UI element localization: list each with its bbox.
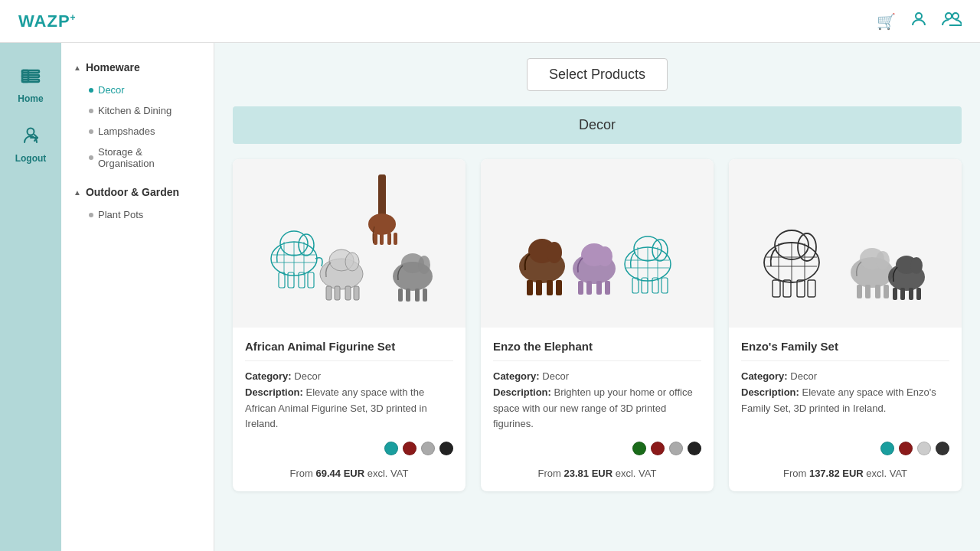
svg-rect-37 (398, 289, 403, 302)
color-red[interactable] (899, 442, 913, 455)
svg-point-30 (368, 214, 396, 235)
nav-bullet-lampshades (89, 129, 93, 134)
product-category-african-animal: Decor (294, 370, 321, 382)
color-black[interactable] (688, 442, 701, 455)
svg-rect-91 (909, 288, 913, 300)
product-colors-african-animal (245, 442, 453, 455)
price-value-african-animal: 69.44 EUR (316, 468, 365, 479)
nav-category-homeware-label: Homeware (86, 61, 140, 73)
color-darkgray[interactable] (936, 442, 949, 455)
svg-rect-39 (415, 289, 420, 302)
price-prefix-african-animal: From (290, 468, 313, 479)
switch-user-icon[interactable] (942, 10, 962, 32)
color-teal[interactable] (384, 442, 398, 455)
price-suffix-african-animal: excl. VAT (368, 468, 409, 479)
svg-rect-85 (884, 285, 889, 298)
product-category-enzo: Decor (542, 370, 569, 382)
svg-point-93 (910, 257, 923, 274)
svg-rect-47 (556, 280, 562, 295)
product-info-enzo-elephant: Enzo the Elephant Category: Decor Descri… (481, 328, 714, 491)
price-suffix-enzos-family: excl. VAT (866, 468, 907, 479)
logo-text: WAZP (18, 11, 70, 31)
product-image-african-animal (233, 159, 466, 328)
svg-rect-23 (326, 286, 332, 300)
nav-category-outdoor[interactable]: ▲ Outdoor & Garden (61, 180, 214, 204)
svg-rect-78 (808, 280, 815, 297)
svg-rect-6 (22, 70, 28, 82)
svg-point-55 (597, 246, 612, 266)
product-name-enzos-family: Enzo's Family Set (741, 340, 949, 361)
svg-rect-32 (380, 233, 384, 245)
logout-label: Logout (15, 153, 47, 164)
color-gray[interactable] (669, 442, 683, 455)
logout-icon (20, 124, 41, 150)
product-meta-african-animal: Category: Decor Description: Elevate any… (245, 369, 453, 432)
nav-bullet-storage (89, 155, 93, 160)
color-red[interactable] (403, 442, 416, 455)
color-green[interactable] (632, 442, 646, 455)
price-value-enzos-family: 137.82 EUR (809, 468, 864, 479)
product-colors-enzos-family (741, 442, 949, 455)
svg-rect-92 (916, 288, 921, 300)
cart-icon[interactable]: 🛒 (877, 12, 896, 31)
price-suffix-enzo: excl. VAT (616, 468, 657, 479)
nav-sub-kitchen[interactable]: Kitchen & Dining (61, 100, 214, 121)
nav-sub-plant-pots[interactable]: Plant Pots (61, 204, 214, 225)
svg-point-1 (946, 13, 952, 19)
sidebar-item-home[interactable]: Home (18, 58, 43, 110)
nav-sub-storage-label: Storage & Organisation (98, 146, 201, 169)
color-teal[interactable] (880, 442, 894, 455)
svg-rect-34 (394, 233, 397, 245)
svg-rect-26 (354, 286, 359, 300)
sidebar: Home Logout (0, 43, 61, 551)
svg-rect-53 (596, 281, 602, 295)
nav-category-outdoor-label: Outdoor & Garden (86, 186, 179, 198)
price-prefix-enzo: From (538, 468, 561, 479)
nav-sub-lampshades-label: Lampshades (98, 126, 155, 137)
price-value-enzo: 23.81 EUR (564, 468, 613, 479)
svg-rect-89 (893, 288, 897, 300)
user-icon[interactable] (910, 10, 928, 32)
nav-sub-kitchen-label: Kitchen & Dining (98, 105, 172, 116)
select-products-button[interactable]: Select Products (527, 58, 668, 91)
nav-category-homeware[interactable]: ▲ Homeware (61, 55, 214, 80)
product-category-enzos-family: Decor (790, 370, 817, 382)
logo-sup: + (70, 11, 77, 22)
home-label: Home (18, 93, 43, 104)
sidebar-item-logout[interactable]: Logout (15, 118, 47, 170)
product-image-enzos-family (729, 159, 962, 328)
svg-rect-51 (578, 281, 583, 295)
svg-rect-77 (797, 280, 805, 297)
product-name-african-animal: African Animal Figurine Set (245, 340, 453, 361)
product-card-enzo-elephant: Enzo the Elephant Category: Decor Descri… (481, 159, 714, 491)
nav-sub-lampshades[interactable]: Lampshades (61, 121, 214, 142)
svg-point-86 (876, 251, 890, 269)
main-content: Select Products Decor (214, 43, 980, 551)
svg-rect-29 (381, 174, 385, 182)
color-lightgray[interactable] (917, 442, 931, 455)
color-gray[interactable] (421, 442, 435, 455)
svg-rect-40 (423, 289, 427, 302)
product-info-enzos-family: Enzo's Family Set Category: Decor Descri… (729, 328, 962, 491)
category-header: Decor (233, 106, 962, 144)
product-card-african-animal: African Animal Figurine Set Category: De… (233, 159, 466, 491)
home-icon (20, 64, 41, 90)
svg-rect-33 (387, 233, 391, 245)
svg-point-2 (952, 13, 959, 19)
nav-sub-decor[interactable]: Decor (61, 80, 214, 100)
color-black[interactable] (439, 442, 453, 455)
product-name-enzo-elephant: Enzo the Elephant (493, 340, 701, 361)
product-price-african-animal: From 69.44 EUR excl. VAT (245, 461, 453, 479)
product-info-african-animal: African Animal Figurine Set Category: De… (233, 328, 466, 491)
svg-rect-19 (308, 272, 314, 288)
products-grid: African Animal Figurine Set Category: De… (233, 159, 962, 491)
svg-rect-75 (773, 280, 780, 297)
svg-rect-83 (865, 285, 871, 298)
svg-point-48 (547, 242, 562, 263)
svg-rect-90 (900, 288, 905, 300)
color-red[interactable] (651, 442, 665, 455)
product-card-enzos-family: Enzo's Family Set Category: Decor Descri… (729, 159, 962, 491)
nav-sub-storage[interactable]: Storage & Organisation (61, 142, 214, 174)
chevron-down-icon: ▲ (74, 64, 81, 72)
product-meta-enzo-elephant: Category: Decor Description: Brighten up… (493, 369, 701, 432)
